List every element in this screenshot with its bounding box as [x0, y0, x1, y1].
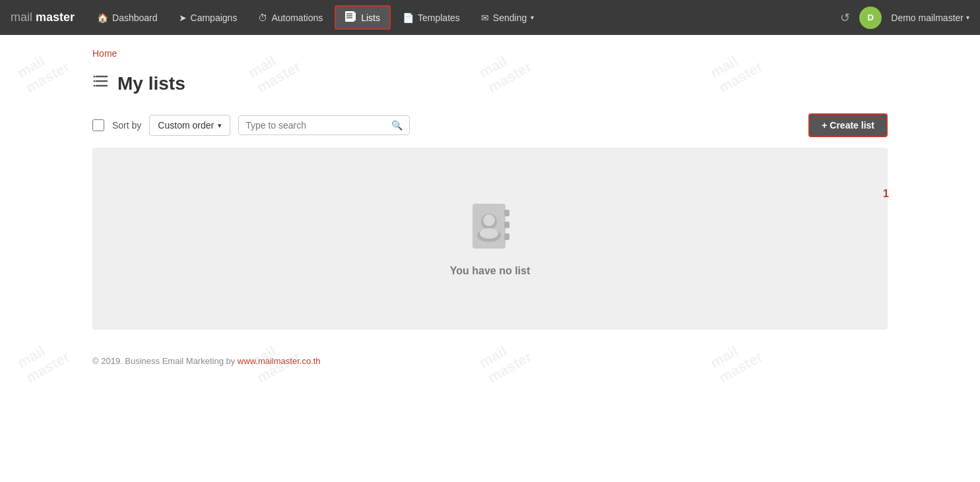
badge-1: 1: [883, 188, 889, 200]
svg-point-8: [94, 76, 96, 78]
lists-icon: [345, 11, 357, 24]
toolbar: Sort by Custom order ▾ 🔍 + Create list: [92, 113, 888, 137]
nav-label-campaigns: Campaigns: [191, 13, 238, 23]
sending-icon: ✉: [481, 13, 489, 23]
footer-text: © 2019. Business Email Marketing by: [92, 356, 238, 366]
campaigns-icon: ➤: [179, 13, 187, 23]
nav-item-campaigns[interactable]: ➤ Campaigns: [170, 9, 247, 27]
svg-point-9: [94, 80, 96, 82]
svg-point-10: [94, 85, 96, 87]
nav-item-automations[interactable]: ⏱ Automations: [249, 9, 332, 27]
svg-point-18: [480, 228, 498, 239]
home-icon: 🏠: [97, 13, 108, 23]
svg-rect-1: [353, 13, 356, 20]
app-logo: mail master: [11, 11, 75, 24]
svg-point-17: [483, 214, 495, 226]
automations-icon: ⏱: [258, 13, 267, 23]
svg-rect-12: [504, 210, 509, 216]
nav-item-sending[interactable]: ✉ Sending ▾: [472, 9, 543, 27]
page-title-row: My lists: [92, 72, 888, 95]
create-list-button[interactable]: + Create list: [808, 113, 888, 137]
search-box[interactable]: 🔍: [238, 115, 410, 135]
nav-label-sending: Sending: [493, 13, 527, 23]
avatar: D: [859, 7, 882, 29]
navbar: mail master 🏠 Dashboard ➤ Campaigns ⏱ Au…: [0, 0, 980, 35]
footer-link[interactable]: www.mailmaster.co.th: [238, 356, 321, 366]
nav-label-dashboard: Dashboard: [112, 13, 158, 23]
nav-right: ↺ D Demo mailmaster ▾: [840, 7, 969, 29]
templates-icon: 📄: [403, 13, 414, 23]
chevron-down-icon: ▾: [531, 14, 534, 21]
breadcrumb[interactable]: Home: [92, 48, 888, 59]
search-input[interactable]: [245, 120, 387, 131]
nav-user-chevron: ▾: [966, 14, 969, 21]
nav-item-dashboard[interactable]: 🏠 Dashboard: [88, 9, 167, 27]
nav-item-templates[interactable]: 📄 Templates: [393, 9, 469, 27]
nav-username: Demo mailmaster: [891, 13, 964, 23]
nav-user-menu[interactable]: Demo mailmaster ▾: [891, 13, 969, 23]
empty-list-icon: [467, 200, 513, 253]
search-icon: 🔍: [391, 120, 403, 131]
main-content: Home My lists Sort by Custom order ▾ 🔍 +: [0, 35, 980, 343]
footer: © 2019. Business Email Marketing by www.…: [0, 343, 980, 379]
sort-value: Custom order: [158, 120, 214, 131]
sort-by-label: Sort by: [112, 120, 141, 131]
page-title: My lists: [117, 73, 185, 94]
list-icon: [92, 72, 111, 95]
chevron-down-icon: ▾: [218, 121, 222, 130]
select-all-checkbox[interactable]: [92, 119, 104, 131]
history-icon[interactable]: ↺: [840, 11, 850, 25]
sort-dropdown-button[interactable]: Custom order ▾: [149, 115, 230, 136]
empty-state-text: You have no list: [450, 265, 531, 277]
nav-item-lists[interactable]: Lists: [335, 5, 391, 30]
svg-rect-0: [345, 11, 354, 22]
nav-label-lists: Lists: [361, 13, 380, 23]
svg-rect-13: [504, 222, 509, 228]
empty-state-container: You have no list: [92, 148, 888, 330]
nav-label-templates: Templates: [418, 13, 460, 23]
nav-label-automations: Automations: [271, 13, 323, 23]
svg-rect-14: [504, 233, 509, 240]
